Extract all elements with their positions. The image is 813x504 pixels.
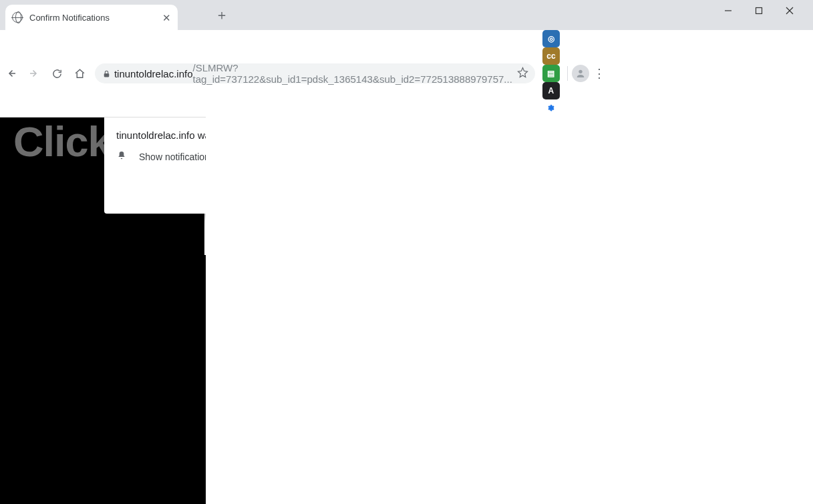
profile-avatar-button[interactable] [572, 65, 589, 82]
url-domain: tinuntoldrelac.info [114, 68, 193, 79]
new-tab-button[interactable]: ＋ [212, 6, 231, 25]
url-path: /SLMRW?tag_id=737122&sub_id1=pdsk_136514… [192, 62, 514, 85]
extension-ext-2-button[interactable]: cc [542, 47, 560, 65]
tab-close-button[interactable]: ✕ [162, 13, 171, 23]
window-close-button[interactable] [774, 0, 805, 21]
window-minimize-button[interactable] [713, 0, 744, 21]
extension-ext-4-button[interactable]: A [542, 82, 560, 99]
svg-point-7 [579, 70, 582, 73]
nav-back-button[interactable] [0, 62, 23, 85]
permission-origin: tinuntoldrelac.info wants to [116, 130, 206, 141]
nav-reload-button[interactable] [45, 62, 68, 85]
permission-request-text: Show notifications [139, 152, 206, 162]
nav-forward-button[interactable] [23, 62, 45, 85]
bookmark-star-button[interactable] [514, 67, 531, 80]
extension-ext-1-button[interactable]: ◎ [542, 30, 560, 47]
browser-menu-button[interactable]: ⋮ [589, 67, 609, 79]
browser-tab[interactable]: Confirm Notifications ✕ [5, 5, 178, 30]
extension-ext-5-button[interactable]: ❃ [542, 99, 560, 117]
lock-icon[interactable] [99, 69, 114, 78]
globe-icon [12, 12, 23, 23]
window-maximize-button[interactable] [744, 0, 774, 21]
bell-icon [116, 150, 127, 163]
address-bar[interactable]: tinuntoldrelac.info /SLMRW?tag_id=737122… [95, 63, 535, 83]
tab-title: Confirm Notifications [29, 13, 110, 23]
svg-rect-1 [756, 8, 762, 14]
web-page: Click u are not close this window closed… [0, 117, 206, 504]
svg-rect-6 [104, 73, 110, 76]
nav-home-button[interactable] [68, 62, 91, 85]
notification-permission-popup: ✕ tinuntoldrelac.info wants to Show noti… [104, 117, 206, 214]
toolbar-divider [567, 66, 568, 81]
extension-ext-3-button[interactable]: ▤ [542, 65, 560, 82]
